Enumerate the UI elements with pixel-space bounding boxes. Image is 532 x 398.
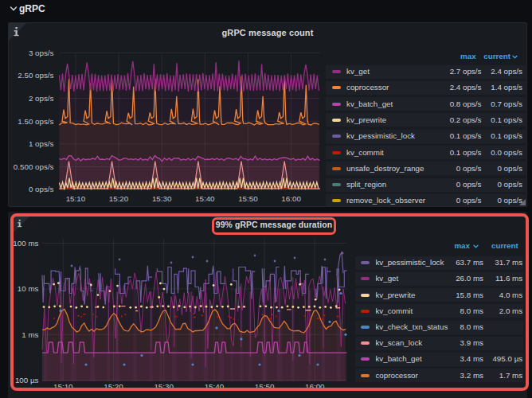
svg-text:2.50 ops/s: 2.50 ops/s bbox=[18, 71, 53, 80]
svg-text:16:00: 16:00 bbox=[281, 194, 301, 203]
svg-text:15:10: 15:10 bbox=[66, 194, 86, 203]
svg-text:15:20: 15:20 bbox=[109, 194, 129, 203]
svg-text:3 ops/s: 3 ops/s bbox=[29, 49, 54, 57]
svg-text:15:30: 15:30 bbox=[152, 194, 172, 203]
svg-text:2 ops/s: 2 ops/s bbox=[29, 94, 54, 103]
svg-text:15:50: 15:50 bbox=[238, 194, 258, 203]
svg-text:0.500 ops/s: 0.500 ops/s bbox=[14, 162, 54, 171]
svg-text:0 ops/s: 0 ops/s bbox=[29, 185, 54, 193]
svg-text:1 ops/s: 1 ops/s bbox=[29, 139, 54, 148]
svg-text:1.50 ops/s: 1.50 ops/s bbox=[18, 117, 53, 126]
svg-text:15:40: 15:40 bbox=[195, 194, 215, 203]
